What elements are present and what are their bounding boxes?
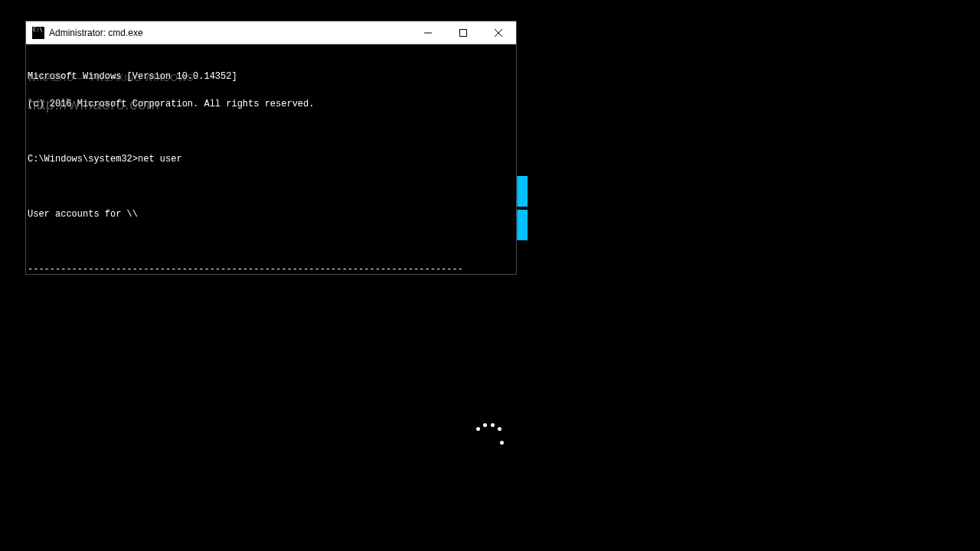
- background-window-selection: [517, 176, 528, 240]
- terminal-line: [28, 237, 514, 246]
- spinner-dot: [498, 427, 501, 431]
- minimize-button[interactable]: [410, 21, 446, 44]
- terminal-line: [28, 127, 514, 136]
- watermark: WINAERO — TWEAKING WINDOWS http://winaer…: [28, 55, 257, 127]
- window-title: Administrator: cmd.exe: [49, 28, 143, 38]
- spinner-dot: [483, 423, 487, 427]
- terminal-line: C:\Windows\system32>net user: [28, 155, 514, 164]
- loading-spinner: [473, 419, 507, 453]
- close-icon: [495, 29, 502, 37]
- terminal-output[interactable]: WINAERO — TWEAKING WINDOWS http://winaer…: [26, 44, 516, 274]
- maximize-icon: [459, 29, 467, 37]
- terminal-line: User accounts for \\: [28, 210, 514, 219]
- spinner-dot: [476, 427, 480, 431]
- minimize-icon: [424, 29, 432, 37]
- terminal-line: ----------------------------------------…: [28, 265, 514, 274]
- titlebar[interactable]: Administrator: cmd.exe: [26, 21, 516, 44]
- cmd-window[interactable]: Administrator: cmd.exe WINAERO — TWEAKIN…: [25, 21, 517, 275]
- close-button[interactable]: [481, 21, 516, 44]
- cmd-icon: [32, 27, 44, 39]
- terminal-line: Microsoft Windows [Version 10.0.14352]: [28, 72, 514, 81]
- spinner-dot: [500, 441, 504, 445]
- selection-stripe: [517, 176, 528, 207]
- terminal-line: (c) 2016 Microsoft Corporation. All righ…: [28, 99, 514, 109]
- maximize-button[interactable]: [446, 21, 481, 44]
- svg-rect-0: [460, 29, 467, 36]
- terminal-line: [28, 182, 514, 191]
- spinner-dot: [491, 423, 495, 427]
- selection-stripe: [517, 210, 528, 240]
